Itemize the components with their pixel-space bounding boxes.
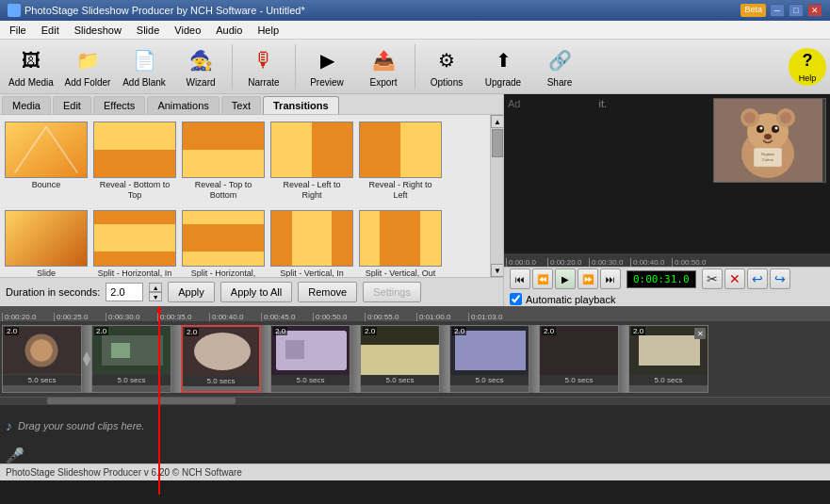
play-button[interactable]: ▶ [555,268,576,289]
menu-help[interactable]: Help [250,21,286,39]
apply-button[interactable]: Apply [168,282,215,302]
timeline-clip-1[interactable]: 5.0 secs 2.0 [2,325,82,393]
tab-animations[interactable]: Animations [147,96,219,114]
delete-button[interactable]: ✕ [724,268,745,289]
menu-video[interactable]: Video [167,21,208,39]
timeline-clip-3[interactable]: 5.0 secs 2.0 [181,325,261,393]
menu-edit[interactable]: Edit [34,21,67,39]
transition-reveal-rl[interactable]: Reveal - Right to Left [358,119,443,203]
scroll-thumb[interactable] [492,129,503,157]
step-back-button[interactable]: ⏪ [532,268,553,289]
transition-marker-6 [529,325,539,393]
tab-media[interactable]: Media [2,96,51,114]
main-area: Media Edit Effects Animations Text Trans… [0,94,830,306]
timeline-track[interactable]: 5.0 secs 2.0 5.0 secs 2.0 5.0 secs 2.0 5… [0,321,830,397]
ruler-mark-7: 0:00:55.0 [365,313,416,321]
options-icon: ⚙ [431,45,462,75]
scroll-up-button[interactable]: ▲ [491,115,503,128]
transition-thumb-split-ho [182,210,265,267]
preview-button[interactable]: ▶ Preview [300,42,354,91]
timeline-clip-8[interactable]: 5.0 secs ✕ 2.0 [628,325,708,393]
scroll-down-button[interactable]: ▼ [491,264,503,277]
transition-split-vi[interactable]: Split - Vertical, In [269,207,354,277]
transition-thumb-reveal-tb [182,122,265,178]
share-button[interactable]: 🔗 Share [532,42,587,91]
clip-num-1: 2.0 [5,327,19,335]
timeline-clip-7[interactable]: 5.0 secs 2.0 [539,325,619,393]
narrate-button[interactable]: 🎙 Narrate [236,42,291,91]
menu-slide[interactable]: Slide [129,21,167,39]
duration-input[interactable] [106,283,143,301]
share-icon: 🔗 [545,45,575,75]
add-media-button[interactable]: 🖼 Add Media [4,42,58,91]
options-button[interactable]: ⚙ Options [419,42,474,91]
menu-audio[interactable]: Audio [208,21,250,39]
right-panel: Ad it. [504,94,830,306]
svg-rect-23 [102,335,163,366]
svg-point-7 [744,112,756,123]
transition-reveal-bt[interactable]: Reveal - Bottom to Top [92,119,177,203]
transition-reveal-tb[interactable]: Reveal - Top to Bottom [181,119,266,203]
transitions-grid: Bounce Reveal - Bottom to Top Reveal - T… [0,115,490,277]
playhead-marker: ▼ [155,306,164,317]
transition-thumb-slide [5,210,88,267]
undo-button[interactable]: ↩ [747,268,768,289]
add-folder-button[interactable]: 📁 Add Folder [60,42,115,91]
settings-button[interactable]: Settings [363,282,421,302]
wizard-button[interactable]: 🧙 Wizard [173,42,228,91]
player-controls: ⏮ ⏪ ▶ ⏩ ⏭ 0:00:31.0 ✂ ✕ ↩ ↪ Automatic pl… [504,267,830,306]
timeline-clip-5[interactable]: 5.0 secs 2.0 [360,325,440,393]
sound-track-label: Drag your sound clips here. [18,420,145,431]
export-button[interactable]: 📤 Export [356,42,411,91]
ruler-tick-1: 0:00:20.0 [547,258,589,267]
tab-edit[interactable]: Edit [53,96,91,114]
go-end-button[interactable]: ⏭ [600,268,621,289]
add-blank-button[interactable]: 📄 Add Blank [117,42,171,91]
ruler-tick-0: 0:00:0.0 [506,258,547,267]
transition-split-ho[interactable]: Split - Horizontal, Out [181,207,266,277]
transition-bounce[interactable]: Bounce [4,119,89,203]
autoplay-checkbox[interactable] [510,293,522,305]
ruler-mark-0: 0:00:20.0 [2,313,54,321]
transition-marker-1 [82,325,91,393]
transition-thumb-split-vi [270,210,353,267]
scroll-track[interactable] [491,128,503,264]
cut-button[interactable]: ✂ [702,268,723,289]
go-start-button[interactable]: ⏮ [510,268,530,289]
upgrade-button[interactable]: ⬆ Upgrade [476,42,530,91]
redo-button[interactable]: ↪ [770,268,790,289]
clip-remove-button[interactable]: ✕ [694,328,706,339]
timeline-clip-6[interactable]: 5.0 secs 2.0 [449,325,529,393]
transition-split-vo[interactable]: Split - Vertical, Out [358,207,443,277]
remove-button[interactable]: Remove [298,282,357,302]
transition-thumb-reveal-bt [93,122,176,178]
close-button[interactable]: ✕ [807,4,822,17]
maximize-button[interactable]: □ [789,4,804,17]
menu-slideshow[interactable]: Slideshow [67,21,129,39]
upgrade-label: Upgrade [485,77,521,88]
transition-slide[interactable]: Slide [4,207,89,277]
timeline-scrollbar[interactable] [0,397,830,404]
svg-point-20 [30,339,52,361]
spin-down-button[interactable]: ▼ [149,292,162,301]
spin-up-button[interactable]: ▲ [149,283,162,292]
minimize-button[interactable]: ─ [770,4,785,17]
timeline-clip-4[interactable]: 5.0 secs 2.0 [270,325,350,393]
transition-split-hi[interactable]: Split - Horizontal, In [92,207,177,277]
timeline-scroll-thumb[interactable] [47,398,236,404]
apply-all-button[interactable]: Apply to All [220,282,292,302]
tab-effects[interactable]: Effects [93,96,145,114]
transitions-scrollbar[interactable]: ▲ ▼ [490,115,503,277]
step-forward-button[interactable]: ⏩ [578,268,598,289]
transition-marker-5 [440,325,449,393]
share-label: Share [547,77,573,88]
svg-rect-37 [639,335,700,366]
tab-transitions[interactable]: Transitions [263,96,339,114]
export-icon: 📤 [368,45,399,75]
transition-reveal-lr[interactable]: Reveal - Left to Right [269,119,354,203]
add-folder-icon: 📁 [73,45,103,75]
help-button[interactable]: ? Help [789,48,826,86]
transition-label-split-hi: Split - Horizontal, In [98,268,172,277]
tab-text[interactable]: Text [221,96,261,114]
menu-file[interactable]: File [2,21,34,39]
